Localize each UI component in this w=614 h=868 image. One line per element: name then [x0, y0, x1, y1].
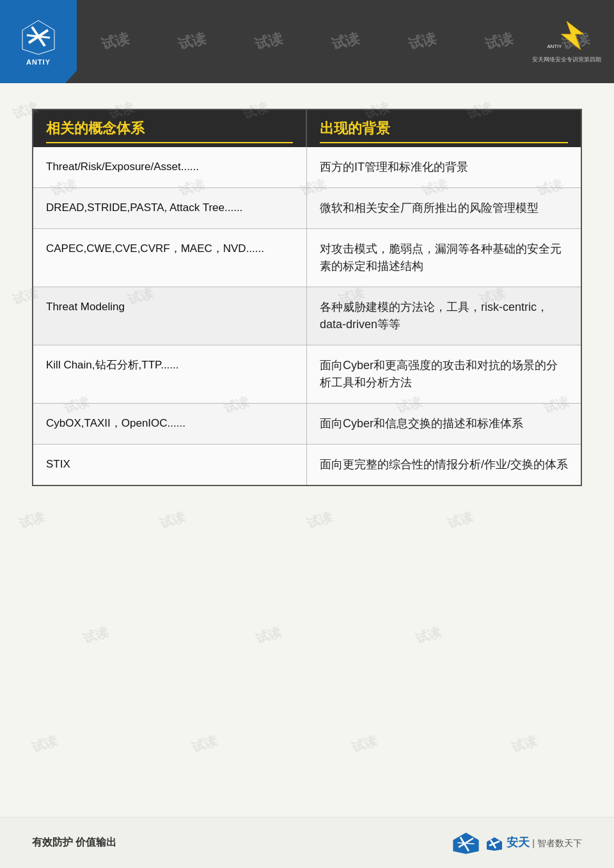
wm-h6: 试读 — [483, 29, 515, 54]
logo-label: ANTIY — [26, 58, 51, 66]
footer-tagline: 有效防护 价值输出 — [32, 836, 116, 849]
wm-h5: 试读 — [406, 29, 438, 54]
watermark-22: 试读 — [81, 623, 111, 648]
header: ANTIY 试读 试读 试读 试读 试读 试读 试读 ANTIY 安天网络安全专… — [0, 0, 614, 83]
footer-logo-group: 安天 | 智者数天下 — [452, 832, 582, 854]
header-brand: ANTIY 安天网络安全专训营第四期 — [532, 20, 601, 64]
svg-marker-4 — [561, 21, 583, 50]
wm-h2: 试读 — [176, 29, 208, 54]
footer-brand-sub: 智者数天下 — [537, 838, 582, 849]
watermark-28: 试读 — [510, 732, 540, 757]
watermark-25: 试读 — [30, 732, 60, 757]
logo-icon — [19, 17, 58, 56]
table-row-left-2: CAPEC,CWE,CVE,CVRF，MAEC，NVD...... — [33, 229, 307, 287]
table-row-left-1: DREAD,STRIDE,PASTA, Attack Tree...... — [33, 188, 307, 229]
table-row-right-5: 面向Cyber和信息交换的描述和标准体系 — [307, 404, 581, 445]
table-body: Threat/Risk/Exposure/Asset......西方的IT管理和… — [33, 147, 581, 485]
watermark-27: 试读 — [350, 732, 380, 757]
table-row-left-6: STIX — [33, 445, 307, 485]
table-row-right-3: 各种威胁建模的方法论，工具，risk-centric，data-driven等等 — [307, 287, 581, 345]
main-table: 相关的概念体系 出现的背景 Threat/Risk/Exposure/Asset… — [32, 109, 582, 486]
main-content: 相关的概念体系 出现的背景 Threat/Risk/Exposure/Asset… — [0, 83, 614, 512]
table-row-left-4: Kill Chain,钻石分析,TTP...... — [33, 345, 307, 404]
table-row-left-3: Threat Modeling — [33, 287, 307, 345]
footer-brand: 安天 | 智者数天下 — [452, 832, 582, 854]
watermark-26: 试读 — [190, 732, 220, 757]
col1-header: 相关的概念体系 — [33, 110, 307, 147]
watermark-24: 试读 — [414, 623, 444, 648]
table-row-left-0: Threat/Risk/Exposure/Asset...... — [33, 147, 307, 188]
footer-brand-name: 安天 — [485, 835, 530, 850]
table-row-right-4: 面向Cyber和更高强度的攻击和对抗的场景的分析工具和分析方法 — [307, 345, 581, 404]
col2-underline — [320, 142, 568, 143]
wm-h4: 试读 — [329, 29, 361, 54]
table-header: 相关的概念体系 出现的背景 — [33, 110, 581, 147]
table-row-right-1: 微软和相关安全厂商所推出的风险管理模型 — [307, 188, 581, 229]
footer-text-group: 安天 | 智者数天下 — [485, 835, 582, 850]
table-row-right-2: 对攻击模式，脆弱点，漏洞等各种基础的安全元素的标定和描述结构 — [307, 229, 581, 287]
col2-header-text: 出现的背景 — [320, 120, 390, 136]
col2-header: 出现的背景 — [307, 110, 581, 147]
watermark-23: 试读 — [254, 623, 284, 648]
footer-logo-icon — [452, 832, 480, 854]
table-row-left-5: CybOX,TAXII，OpenIOC...... — [33, 404, 307, 445]
brand-subtitle: 安天网络安全专训营第四期 — [532, 56, 601, 64]
brand-logo-icon: ANTIY — [544, 20, 589, 52]
col1-underline — [46, 142, 293, 143]
col1-header-text: 相关的概念体系 — [46, 120, 145, 136]
logo-box: ANTIY — [0, 0, 77, 83]
wm-h3: 试读 — [253, 29, 285, 54]
table-row-right-0: 西方的IT管理和标准化的背景 — [307, 147, 581, 188]
table-row-right-6: 面向更完整的综合性的情报分析/作业/交换的体系 — [307, 445, 581, 485]
footer: 有效防护 价值输出 安天 — [0, 817, 614, 868]
wm-h1: 试读 — [99, 29, 131, 54]
svg-text:ANTIY: ANTIY — [547, 43, 562, 49]
